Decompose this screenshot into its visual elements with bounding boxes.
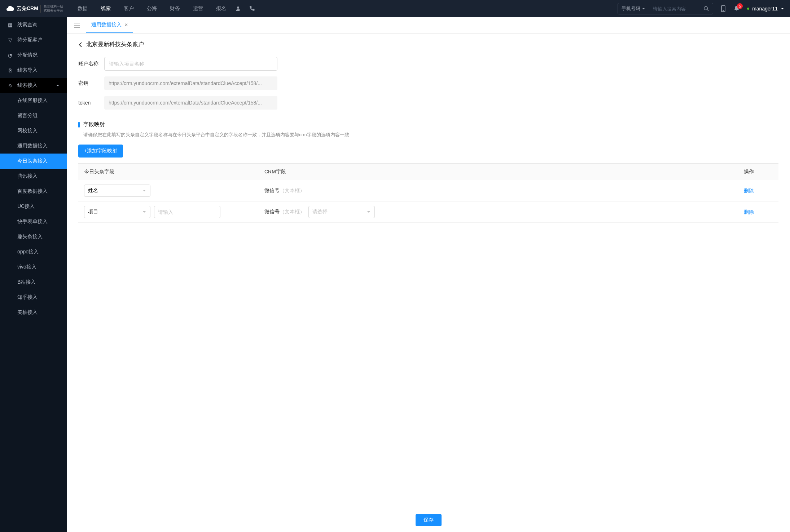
page-header: 北京昱新科技头条账户 (78, 41, 778, 48)
sidebar-sub-item[interactable]: 趣头条接入 (0, 229, 67, 244)
sidebar-sub-item[interactable]: 通用数据接入 (0, 138, 67, 154)
sidebar-item[interactable]: ⎘线索导入 (0, 63, 67, 78)
page-title: 北京昱新科技头条账户 (86, 41, 144, 48)
sidebar-sub-item[interactable]: 快手表单接入 (0, 214, 67, 229)
chevron-down-icon (142, 210, 146, 214)
delete-button[interactable]: 删除 (744, 188, 754, 194)
sidebar-sub-item[interactable]: B站接入 (0, 275, 67, 290)
account-name-input[interactable] (104, 57, 277, 71)
sidebar-sub-item[interactable]: 知乎接入 (0, 290, 67, 305)
nav-item[interactable]: 报名 (215, 0, 228, 17)
top-nav: 数据线索客户公海财务运营报名 (76, 0, 228, 17)
delete-button[interactable]: 删除 (744, 209, 754, 215)
username: manager11 (752, 6, 778, 12)
notification-badge: 5 (737, 3, 743, 9)
phone-icon[interactable] (249, 5, 255, 12)
table-header: 今日头条字段 CRM字段 操作 (78, 164, 778, 180)
nav-item[interactable]: 线索 (99, 0, 112, 17)
cloud-logo-icon (6, 4, 14, 13)
logo: 云朵CRM 教育机构一站 式服务云平台 (6, 4, 63, 13)
save-button[interactable]: 保存 (416, 514, 442, 526)
mapping-table: 今日头条字段 CRM字段 操作 姓名 微信号（文本框） 删除 (78, 163, 778, 223)
nav-item[interactable]: 数据 (76, 0, 89, 17)
footer: 保存 (67, 508, 790, 532)
tab-active[interactable]: 通用数据接入 ✕ (86, 17, 133, 33)
tab-bar: 通用数据接入 ✕ (67, 17, 790, 34)
sidebar: ▦线索查询▽待分配客户◔分配情况⎘线索导入⎋线索接入在线客服接入留言分组网校接入… (0, 17, 67, 532)
sidebar-item[interactable]: ◔分配情况 (0, 48, 67, 63)
chevron-down-icon (142, 189, 146, 193)
svg-point-0 (237, 6, 239, 9)
sidebar-item[interactable]: ⎋线索接入 (0, 78, 67, 93)
sidebar-sub-item[interactable]: vivo接入 (0, 260, 67, 275)
sidebar-sub-item[interactable]: 留言分组 (0, 108, 67, 123)
nav-item[interactable]: 运营 (192, 0, 205, 17)
sidebar-sub-item[interactable]: 百度数据接入 (0, 184, 67, 199)
chevron-down-icon (642, 7, 645, 10)
section-hint: 请确保您在此填写的头条自定义字段名称与在今日头条平台中自定义的字段名称一致，并且… (78, 132, 778, 138)
toutiao-field-select[interactable]: 姓名 (84, 185, 150, 197)
crm-option-select[interactable]: 请选择 (308, 206, 375, 218)
sidebar-item[interactable]: ▦线索查询 (0, 17, 67, 32)
chevron-up-icon (56, 84, 60, 87)
sidebar-icon: ▦ (7, 22, 13, 28)
tab-label: 通用数据接入 (91, 22, 122, 28)
sidebar-sub-item[interactable]: 在线客服接入 (0, 93, 67, 108)
search-box: 手机号码 (618, 3, 713, 14)
secret-label: 密钥 (78, 80, 104, 87)
chevron-down-icon (367, 210, 371, 214)
svg-point-2 (704, 6, 707, 10)
sidebar-sub-item[interactable]: oppo接入 (0, 244, 67, 260)
crm-field-label: 微信号（文本框） (264, 209, 305, 215)
nav-item[interactable]: 财务 (168, 0, 181, 17)
logo-subtitle: 教育机构一站 式服务云平台 (40, 5, 63, 13)
toutiao-field-select[interactable]: 项目 (84, 206, 150, 218)
crm-field-label: 微信号（文本框） (264, 187, 305, 194)
search-type-select[interactable]: 手机号码 (618, 3, 649, 14)
logo-text: 云朵CRM (17, 5, 38, 12)
token-label: token (78, 100, 104, 106)
sidebar-icon: ◔ (7, 52, 13, 58)
sidebar-icon: ▽ (7, 37, 13, 43)
section-title: 字段映射 (83, 121, 105, 128)
nav-item[interactable]: 公海 (145, 0, 158, 17)
table-row: 姓名 微信号（文本框） 删除 (78, 180, 778, 201)
search-input[interactable] (649, 6, 700, 12)
table-row: 项目 微信号（文本框） 请选择 删除 (78, 201, 778, 223)
sidebar-sub-item[interactable]: 美柚接入 (0, 305, 67, 320)
nav-item[interactable]: 客户 (122, 0, 135, 17)
user-menu[interactable]: manager11 (747, 6, 784, 12)
col-header-crm: CRM字段 (264, 169, 744, 175)
search-button[interactable] (700, 6, 713, 12)
sidebar-sub-item[interactable]: 今日头条接入 (0, 154, 67, 169)
sidebar-icon: ⎘ (7, 67, 13, 73)
chevron-down-icon (781, 7, 784, 10)
extra-input[interactable] (154, 206, 220, 218)
svg-point-4 (723, 10, 724, 11)
status-dot-icon (747, 8, 749, 10)
back-button[interactable] (78, 42, 83, 48)
bell-icon[interactable]: 5 (733, 5, 740, 12)
token-input[interactable] (104, 96, 277, 110)
user-add-icon[interactable] (235, 5, 241, 12)
sidebar-item[interactable]: ▽待分配客户 (0, 32, 67, 48)
section-header: 字段映射 (78, 121, 778, 128)
collapse-menu-icon[interactable] (71, 20, 83, 31)
col-header-action: 操作 (744, 169, 773, 175)
tab-close-icon[interactable]: ✕ (124, 22, 128, 27)
mobile-icon[interactable] (720, 5, 726, 12)
sidebar-sub-item[interactable]: 网校接入 (0, 123, 67, 138)
sidebar-icon: ⎋ (7, 83, 13, 88)
sidebar-sub-item[interactable]: UC接入 (0, 199, 67, 214)
secret-input[interactable] (104, 76, 277, 90)
account-name-label: 账户名称 (78, 61, 104, 67)
add-mapping-button[interactable]: +添加字段映射 (78, 145, 123, 158)
section-bar-icon (78, 122, 80, 128)
sidebar-sub-item[interactable]: 腾讯接入 (0, 169, 67, 184)
col-header-toutiao: 今日头条字段 (84, 169, 264, 175)
